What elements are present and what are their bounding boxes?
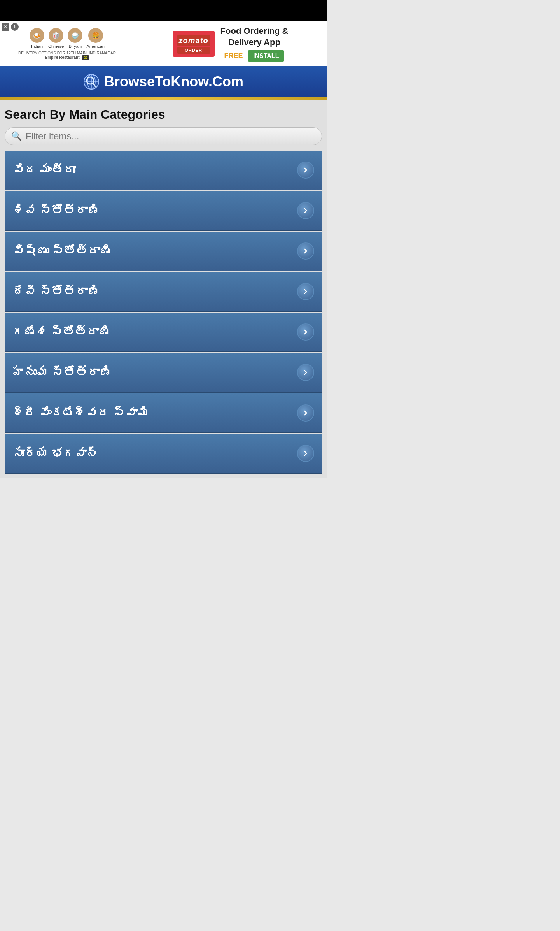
ad-left[interactable]: 🍛 Indian 🥡 Chinese 🍚 Biryani 🍔 American …	[0, 21, 134, 66]
brand-bar: BrowseToKnow.Com	[0, 66, 327, 97]
ad-right[interactable]: zomato ORDER Food Ordering &Delivery App…	[134, 21, 327, 66]
category-label: గణేశ స్తోత్రాణి	[12, 325, 110, 339]
category-label: శ్రీ వేంకటేశ్వర స్వామి	[12, 406, 149, 420]
food-circle-indian: 🍛	[30, 28, 44, 43]
food-items-row: 🍛 Indian 🥡 Chinese 🍚 Biryani 🍔 American	[30, 28, 105, 49]
free-label: FREE	[224, 52, 243, 60]
chevron-right-icon	[297, 364, 314, 381]
list-item[interactable]: గణేశ స్తోత్రాణి	[5, 313, 322, 352]
close-ad-button[interactable]: ✕	[2, 23, 9, 31]
food-item-chinese: 🥡 Chinese	[48, 28, 64, 49]
zomato-logo: zomato ORDER	[173, 31, 215, 57]
chevron-right-icon	[297, 283, 314, 300]
ad-banner: 🍛 Indian 🥡 Chinese 🍚 Biryani 🍔 American …	[0, 21, 327, 66]
zomato-text-block: Food Ordering &Delivery App FREE INSTALL	[220, 26, 289, 62]
chevron-right-icon	[297, 445, 314, 462]
food-label-indian: Indian	[31, 44, 43, 49]
category-label: హనుమ స్తోత్రాణి	[12, 366, 111, 379]
filter-container[interactable]: 🔍	[5, 127, 322, 145]
chevron-right-icon	[297, 202, 314, 219]
category-label: సూర్య భగవాన్	[12, 447, 98, 460]
list-item[interactable]: దేవీ స్తోత్రాణి	[5, 272, 322, 312]
food-circle-chinese: 🥡	[49, 28, 63, 43]
list-item[interactable]: శ్రీ వేంకటేశ్వర స్వామి	[5, 393, 322, 433]
ad-main-title: Food Ordering &Delivery App	[220, 26, 289, 48]
section-title: Search By Main Categories	[5, 107, 322, 122]
category-label: వేద మంత్రాః	[12, 163, 75, 177]
filter-input[interactable]	[26, 131, 315, 142]
list-item[interactable]: సూర్య భగవాన్	[5, 434, 322, 474]
food-circle-american: 🍔	[88, 28, 103, 43]
list-item[interactable]: హనుమ స్తోత్రాణి	[5, 353, 322, 393]
food-label-biryani: Biryani	[69, 44, 82, 49]
food-item-biryani: 🍚 Biryani	[68, 28, 82, 49]
chevron-right-icon	[297, 323, 314, 341]
food-item-indian: 🍛 Indian	[30, 28, 44, 49]
main-content: Search By Main Categories 🔍 వేద మంత్రాః …	[0, 100, 327, 478]
category-label: శివ స్తోత్రాణి	[12, 204, 99, 217]
filter-search-icon: 🔍	[11, 131, 22, 141]
svg-point-4	[84, 74, 99, 89]
globe-icon	[83, 74, 100, 90]
list-item[interactable]: శివ స్తోత్రాణి	[5, 191, 322, 231]
brand-text: BrowseToKnow.Com	[104, 74, 243, 90]
food-label-american: American	[86, 44, 104, 49]
category-label: దేవీ స్తోత్రాణి	[12, 285, 99, 298]
ad-left-bottom-text: DELIVERY OPTIONS FOR 12TH MAIN, INDIRANA…	[18, 51, 116, 60]
chevron-right-icon	[297, 162, 314, 179]
chevron-right-icon	[297, 404, 314, 422]
food-item-american: 🍔 American	[86, 28, 104, 49]
food-circle-biryani: 🍚	[68, 28, 82, 43]
chevron-right-icon	[297, 242, 314, 260]
top-black-bar	[0, 0, 327, 21]
list-item[interactable]: వేద మంత్రాః	[5, 151, 322, 190]
list-item[interactable]: విష్ణు స్తోత్రాణి	[5, 232, 322, 271]
info-ad-button[interactable]: ℹ	[11, 23, 19, 31]
category-list: వేద మంత్రాః శివ స్తోత్రాణి విష్ణు స్తోత్…	[5, 151, 322, 474]
food-label-chinese: Chinese	[48, 44, 64, 49]
install-button[interactable]: INSTALL	[248, 50, 284, 62]
category-label: విష్ణు స్తోత్రాణి	[12, 244, 112, 258]
